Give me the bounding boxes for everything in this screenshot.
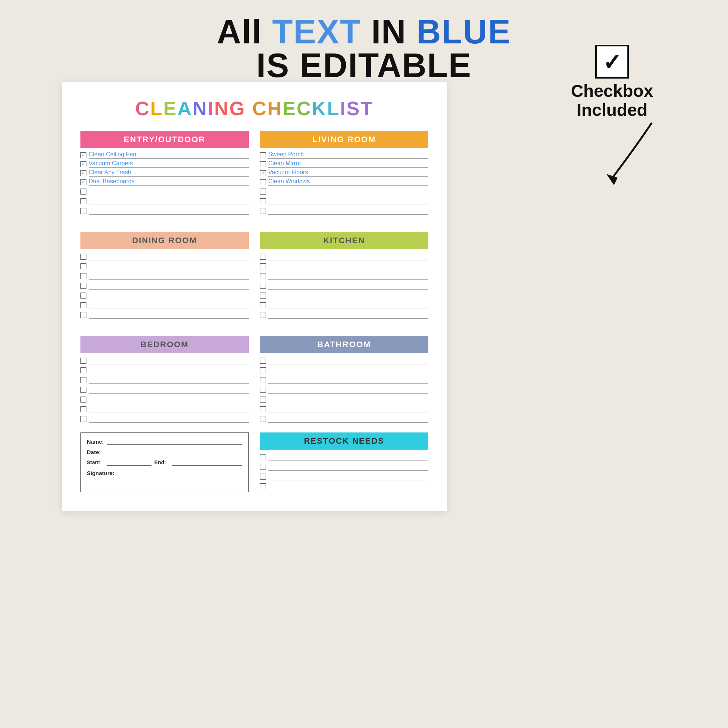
- checkbox-icon[interactable]: [260, 198, 266, 204]
- checkbox-icon[interactable]: [260, 377, 266, 383]
- info-end-label: End:: [154, 459, 166, 465]
- list-item-empty: [260, 396, 428, 403]
- checkbox-icon[interactable]: [260, 406, 266, 412]
- item-text[interactable]: Clean Windows: [268, 179, 428, 185]
- checkbox-widget-label: Checkbox Included: [571, 81, 653, 119]
- list-item-empty: [260, 405, 428, 413]
- checkbox-icon[interactable]: [260, 454, 266, 460]
- empty-line: [89, 386, 249, 393]
- empty-line: [268, 263, 428, 270]
- checkbox-icon[interactable]: [80, 416, 86, 422]
- empty-line: [268, 463, 428, 471]
- checklist-bathroom: [260, 357, 428, 423]
- info-date-line[interactable]: [104, 448, 242, 455]
- list-item-empty: [80, 376, 249, 384]
- checkbox-icon[interactable]: [80, 198, 86, 204]
- list-item-empty: [80, 188, 249, 195]
- empty-line: [89, 197, 249, 205]
- list-item-empty: [80, 396, 249, 403]
- checkbox-icon[interactable]: ✓: [80, 170, 86, 176]
- checkbox-icon[interactable]: [260, 161, 266, 167]
- checkbox-icon[interactable]: ✓: [80, 152, 86, 158]
- item-text[interactable]: Sweep Porch: [268, 152, 428, 159]
- item-text[interactable]: Clean Ceiling Fan: [89, 152, 249, 159]
- checkbox-icon[interactable]: [260, 254, 266, 260]
- title-letter-i: I: [208, 98, 214, 119]
- title-letter-kl: KL: [312, 98, 340, 119]
- section-bedroom: BEDROOM: [80, 336, 249, 425]
- header-text-all: All: [217, 13, 272, 50]
- checkbox-icon[interactable]: [80, 387, 86, 393]
- checkbox-icon[interactable]: [260, 273, 266, 279]
- checkbox-icon[interactable]: [260, 396, 266, 402]
- checkbox-icon[interactable]: [80, 188, 86, 194]
- checkbox-icon[interactable]: [80, 302, 86, 308]
- item-text[interactable]: Clear Any Trash: [89, 170, 249, 177]
- checkbox-icon[interactable]: ✓: [260, 170, 266, 176]
- checkbox-icon[interactable]: [260, 464, 266, 470]
- checkbox-icon[interactable]: [260, 416, 266, 422]
- item-text[interactable]: Vacuum Floors: [268, 170, 428, 177]
- checkbox-icon[interactable]: [260, 179, 266, 185]
- checkbox-icon[interactable]: [260, 188, 266, 194]
- item-text[interactable]: Dust Baseboards: [89, 179, 249, 185]
- checkbox-icon[interactable]: [260, 302, 266, 308]
- checkbox-icon[interactable]: [80, 283, 86, 289]
- info-name-line[interactable]: [107, 438, 242, 445]
- checkbox-icon[interactable]: [260, 283, 266, 289]
- list-item-empty: [80, 197, 249, 205]
- section-entry-outdoor: ENTRY/OUTDOOR ✓ Clean Ceiling Fan ✓ Vacu…: [80, 131, 249, 217]
- checkbox-icon[interactable]: [260, 152, 266, 158]
- list-item-empty: [80, 253, 249, 260]
- section-header-restock: RESTOCK NEEDS: [260, 433, 428, 450]
- checkbox-icon[interactable]: [80, 254, 86, 260]
- empty-line: [89, 263, 249, 270]
- checklist-kitchen: [260, 253, 428, 319]
- info-start-line[interactable]: [107, 459, 151, 466]
- checkbox-icon[interactable]: [80, 406, 86, 412]
- checkbox-icon[interactable]: [260, 483, 266, 489]
- list-item-empty: [260, 263, 428, 270]
- header-editable-text: IS EDITABLE: [256, 47, 471, 84]
- checkbox-icon[interactable]: [260, 474, 266, 480]
- checkbox-icon[interactable]: [260, 292, 266, 298]
- checkbox-icon[interactable]: ✓: [80, 161, 86, 167]
- list-item-empty: [80, 405, 249, 413]
- checkbox-icon[interactable]: [80, 312, 86, 318]
- item-text[interactable]: Clean Mirror: [268, 161, 428, 168]
- checkbox-icon[interactable]: [80, 358, 86, 364]
- checkbox-icon[interactable]: [80, 263, 86, 269]
- info-end-line[interactable]: [172, 459, 242, 466]
- checkbox-icon[interactable]: [80, 367, 86, 373]
- checkbox-icon[interactable]: [260, 208, 266, 214]
- list-item-empty: [80, 357, 249, 364]
- checkbox-icon[interactable]: [80, 377, 86, 383]
- checkbox-icon[interactable]: [80, 292, 86, 298]
- checkbox-icon[interactable]: [260, 367, 266, 373]
- checkbox-icon[interactable]: [80, 396, 86, 402]
- list-item-empty: [80, 272, 249, 280]
- arrow-decoration: [584, 116, 666, 192]
- empty-line: [268, 197, 428, 205]
- checkbox-icon[interactable]: [80, 208, 86, 214]
- empty-line: [89, 376, 249, 384]
- checkmark: ✓: [597, 46, 627, 78]
- item-text[interactable]: Vacuum Carpets: [89, 161, 249, 168]
- checkbox-icon[interactable]: [260, 312, 266, 318]
- list-item-empty: [260, 463, 428, 471]
- list-item-empty: [260, 272, 428, 280]
- checkbox-icon[interactable]: [260, 387, 266, 393]
- checkbox-icon[interactable]: [260, 358, 266, 364]
- title-letter-ng: NG: [214, 98, 246, 119]
- checkbox-icon[interactable]: ✓: [80, 179, 86, 185]
- list-item-empty: [80, 311, 249, 319]
- section-header-kitchen: KITCHEN: [260, 232, 428, 249]
- list-item-empty: [260, 292, 428, 299]
- checklist-bedroom: [80, 357, 249, 423]
- section-dining-room: DINING ROOM: [80, 232, 249, 321]
- info-signature-line[interactable]: [118, 470, 242, 476]
- empty-line: [268, 272, 428, 280]
- checkbox-icon[interactable]: [80, 273, 86, 279]
- list-item: Sweep Porch: [260, 152, 428, 159]
- checkbox-icon[interactable]: [260, 263, 266, 269]
